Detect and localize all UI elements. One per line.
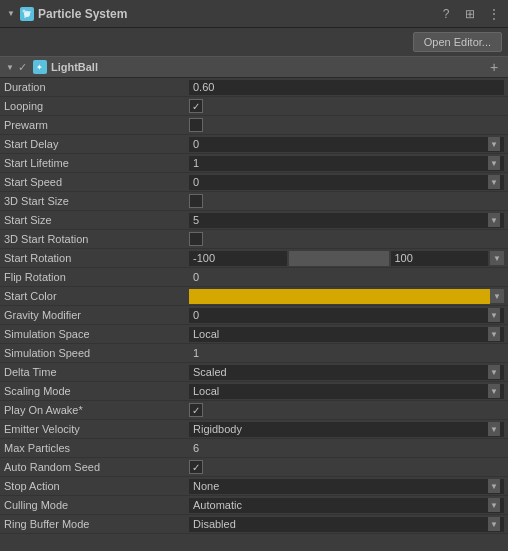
property-label: Ring Buffer Mode <box>4 518 189 530</box>
toolbar: Open Editor... <box>0 28 508 56</box>
property-label: Flip Rotation <box>4 271 189 283</box>
properties-panel: DurationLooping✓PrewarmStart Delay0▼Star… <box>0 78 508 534</box>
property-row: Prewarm <box>0 116 508 135</box>
property-value: ✓ <box>189 99 504 113</box>
open-editor-button[interactable]: Open Editor... <box>413 32 502 52</box>
property-dropdown[interactable]: 0▼ <box>189 175 504 190</box>
dual-dropdown-arrow[interactable]: ▼ <box>490 251 504 265</box>
property-row: Auto Random Seed✓ <box>0 458 508 477</box>
dual-input-left[interactable]: -100 <box>189 251 287 266</box>
property-label: Delta Time <box>4 366 189 378</box>
property-checkbox[interactable] <box>189 194 203 208</box>
property-input[interactable] <box>189 80 504 95</box>
dropdown-arrow: ▼ <box>488 213 500 227</box>
property-row: Start Delay0▼ <box>0 135 508 154</box>
property-value: Local▼ <box>189 327 504 342</box>
property-label: Stop Action <box>4 480 189 492</box>
title-bar: ▼ Particle System ? ⊞ ⋮ <box>0 0 508 28</box>
menu-icon[interactable]: ⋮ <box>486 6 502 22</box>
property-row: Stop ActionNone▼ <box>0 477 508 496</box>
property-value: ✓ <box>189 460 504 474</box>
color-dropdown-arrow[interactable]: ▼ <box>490 289 504 303</box>
property-checkbox[interactable] <box>189 232 203 246</box>
property-dropdown[interactable]: Local▼ <box>189 327 504 342</box>
property-value: 6 <box>189 442 504 454</box>
property-value: 1▼ <box>189 156 504 171</box>
dropdown-value: Scaled <box>193 366 488 378</box>
property-row: Emitter VelocityRigidbody▼ <box>0 420 508 439</box>
property-row: Max Particles6 <box>0 439 508 458</box>
property-label: Simulation Space <box>4 328 189 340</box>
component-enabled-checkbox[interactable]: ✓ <box>18 61 27 74</box>
property-dropdown[interactable]: 0▼ <box>189 137 504 152</box>
svg-point-1 <box>23 9 26 12</box>
property-label: Simulation Speed <box>4 347 189 359</box>
property-dropdown[interactable]: Disabled▼ <box>189 517 504 532</box>
property-value: Rigidbody▼ <box>189 422 504 437</box>
dual-input-container: -100100▼ <box>189 251 504 266</box>
dropdown-value: 5 <box>193 214 488 226</box>
property-dropdown[interactable]: Automatic▼ <box>189 498 504 513</box>
property-row: Scaling ModeLocal▼ <box>0 382 508 401</box>
property-row: Start Lifetime1▼ <box>0 154 508 173</box>
property-plain-value: 6 <box>189 442 203 454</box>
property-plain-value: 1 <box>189 347 203 359</box>
property-value: 0 <box>189 271 504 283</box>
property-label: Start Speed <box>4 176 189 188</box>
component-header: ▼ ✓ ✦ LightBall + <box>0 56 508 78</box>
property-row: Culling ModeAutomatic▼ <box>0 496 508 515</box>
property-value: 0▼ <box>189 308 504 323</box>
title-bar-left: ▼ Particle System <box>6 7 438 21</box>
property-row: 3D Start Size <box>0 192 508 211</box>
property-label: Start Lifetime <box>4 157 189 169</box>
property-value: -100100▼ <box>189 251 504 266</box>
component-add-button[interactable]: + <box>486 59 502 75</box>
title-text: Particle System <box>38 7 127 21</box>
property-value: Local▼ <box>189 384 504 399</box>
dropdown-arrow: ▼ <box>488 308 500 322</box>
property-dropdown[interactable]: 0▼ <box>189 308 504 323</box>
property-row: Play On Awake*✓ <box>0 401 508 420</box>
collapse-icon[interactable]: ▼ <box>6 9 16 19</box>
property-value <box>189 80 504 95</box>
property-label: Auto Random Seed <box>4 461 189 473</box>
dropdown-value: None <box>193 480 488 492</box>
help-icon[interactable]: ? <box>438 6 454 22</box>
dual-input-slider[interactable] <box>289 251 389 266</box>
property-label: Culling Mode <box>4 499 189 511</box>
property-row: Flip Rotation0 <box>0 268 508 287</box>
property-row: Simulation Speed1 <box>0 344 508 363</box>
dropdown-value: Automatic <box>193 499 488 511</box>
component-name: LightBall <box>51 61 98 73</box>
property-value: ✓ <box>189 403 504 417</box>
property-dropdown[interactable]: None▼ <box>189 479 504 494</box>
property-checkbox[interactable]: ✓ <box>189 403 203 417</box>
dropdown-value: 0 <box>193 176 488 188</box>
property-row: 3D Start Rotation <box>0 230 508 249</box>
dropdown-arrow: ▼ <box>488 517 500 531</box>
property-row: Gravity Modifier0▼ <box>0 306 508 325</box>
dropdown-value: Rigidbody <box>193 423 488 435</box>
component-toggle[interactable]: ▼ <box>6 63 14 72</box>
property-label: 3D Start Rotation <box>4 233 189 245</box>
property-label: Prewarm <box>4 119 189 131</box>
property-checkbox[interactable]: ✓ <box>189 460 203 474</box>
dropdown-arrow: ▼ <box>488 384 500 398</box>
property-dropdown[interactable]: 1▼ <box>189 156 504 171</box>
component-header-left: ▼ ✓ ✦ LightBall <box>6 60 486 74</box>
layout-icon[interactable]: ⊞ <box>462 6 478 22</box>
property-checkbox[interactable] <box>189 118 203 132</box>
property-checkbox[interactable]: ✓ <box>189 99 203 113</box>
property-dropdown[interactable]: Local▼ <box>189 384 504 399</box>
property-dropdown[interactable]: Scaled▼ <box>189 365 504 380</box>
checkmark: ✓ <box>192 462 200 473</box>
dual-input-right[interactable]: 100 <box>391 251 489 266</box>
dropdown-value: Local <box>193 328 488 340</box>
property-value: 0▼ <box>189 175 504 190</box>
property-dropdown[interactable]: Rigidbody▼ <box>189 422 504 437</box>
property-label: Scaling Mode <box>4 385 189 397</box>
dropdown-arrow: ▼ <box>488 498 500 512</box>
property-dropdown[interactable]: 5▼ <box>189 213 504 228</box>
color-field[interactable] <box>189 289 490 304</box>
property-row: Start Color▼ <box>0 287 508 306</box>
